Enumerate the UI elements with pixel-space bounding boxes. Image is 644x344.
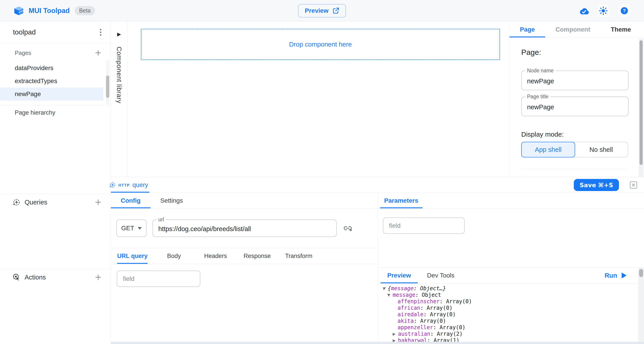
beta-badge: Beta: [75, 6, 95, 15]
option-label: App shell: [535, 146, 562, 153]
tab-label: Transform: [285, 253, 312, 260]
project-menu-button[interactable]: [98, 27, 103, 37]
page-title-field[interactable]: Page title: [521, 97, 628, 116]
no-shell-option[interactable]: No shell: [575, 142, 628, 157]
page-title-input[interactable]: [522, 97, 628, 116]
query-name-label: query: [132, 182, 148, 189]
preview-button-label: Preview: [305, 7, 328, 14]
tab-page[interactable]: Page: [510, 22, 545, 37]
tree-key: appenzeller: [398, 324, 433, 331]
expand-arrow-icon: ▶: [117, 31, 121, 37]
chevron-down-icon: [138, 227, 142, 230]
tree-key: airedale: [398, 311, 424, 318]
tab-label: Settings: [160, 197, 183, 204]
tree-row: akita: Array(0): [378, 318, 644, 324]
divider: [521, 169, 628, 169]
tab-label: Headers: [204, 253, 227, 260]
url-field[interactable]: url: [152, 220, 337, 237]
tab-config[interactable]: Config: [111, 193, 150, 208]
tab-label: Config: [121, 197, 141, 204]
app-header: MUI Toolpad Beta Preview: [0, 0, 644, 22]
add-action-button[interactable]: [94, 273, 103, 282]
app-title: MUI Toolpad: [28, 7, 70, 15]
svg-text:?: ?: [623, 8, 626, 14]
tab-parameters[interactable]: Parameters: [380, 193, 422, 208]
save-button[interactable]: Save ⌘+S: [574, 179, 619, 191]
preview-button[interactable]: Preview: [298, 4, 346, 18]
pages-scrollbar[interactable]: [106, 60, 109, 105]
tree-value: : Object…}: [414, 285, 446, 292]
url-input[interactable]: [153, 220, 336, 237]
query-editor-dock: HTTP query Save ⌘+S Config Settings GET: [111, 177, 644, 344]
tree-row[interactable]: ▼{message: Object…}: [378, 285, 644, 292]
toolpad-logo-icon: [14, 6, 24, 16]
tab-preview[interactable]: Preview: [380, 268, 418, 283]
tab-label: Page: [520, 26, 535, 33]
tree-pre: {: [388, 285, 391, 292]
tab-headers[interactable]: Headers: [196, 248, 236, 264]
sidebar-item-extractedTypes[interactable]: extractedTypes: [0, 75, 103, 88]
tree-key: affenpinscher: [398, 298, 440, 305]
app-shell-option[interactable]: App shell: [521, 142, 575, 157]
actions-icon: [12, 273, 20, 281]
tree-key: akita: [398, 318, 414, 324]
theme-toggle-button[interactable]: [596, 4, 610, 18]
tree-row[interactable]: ▶australian: Array(2): [378, 331, 644, 337]
explorer-sidebar: toolpad Pages dataProviders extractedTyp…: [0, 22, 111, 344]
sidebar-item-newPage[interactable]: newPage: [0, 88, 103, 101]
expand-arrow-icon[interactable]: ▶: [393, 331, 398, 337]
tab-response[interactable]: Response: [237, 248, 277, 264]
http-query-tab[interactable]: HTTP query: [111, 177, 149, 193]
tab-label: Theme: [611, 26, 631, 33]
close-dock-button[interactable]: [629, 181, 638, 189]
tree-row: affenpinscher: Array(0): [378, 298, 644, 305]
url-query-field-input[interactable]: [117, 271, 200, 287]
tab-transform[interactable]: Transform: [278, 248, 319, 264]
page-hierarchy-label: Page hierarchy: [15, 109, 56, 116]
parameters-field-input[interactable]: [383, 218, 465, 234]
collapse-arrow-icon[interactable]: ▼: [387, 292, 393, 298]
bind-link-icon[interactable]: [344, 224, 352, 233]
node-name-field[interactable]: Node name: [521, 71, 628, 90]
result-scrollbar[interactable]: [638, 268, 644, 342]
collapse-arrow-icon[interactable]: ▼: [382, 285, 388, 292]
tab-component[interactable]: Component: [545, 22, 600, 37]
http-method-select[interactable]: GET: [116, 220, 147, 237]
tab-theme[interactable]: Theme: [600, 22, 641, 37]
tab-label: Body: [167, 253, 181, 260]
external-link-icon: [332, 8, 339, 14]
cloud-sync-status-icon: [578, 7, 590, 15]
tree-value: : Array(0): [424, 311, 456, 318]
component-library-label: Component library: [116, 47, 123, 103]
run-button[interactable]: Run: [605, 268, 626, 283]
drop-zone[interactable]: Drop component here: [141, 29, 500, 60]
drop-zone-text: Drop component here: [289, 41, 352, 48]
tree-row: appenzeller: Array(0): [378, 324, 644, 331]
display-mode-label: Display mode:: [521, 131, 628, 138]
http-method-value: GET: [121, 225, 134, 232]
tab-dev-tools[interactable]: Dev Tools: [420, 268, 461, 283]
tab-settings[interactable]: Settings: [150, 193, 193, 208]
query-protocol-label: HTTP: [118, 183, 130, 188]
queries-icon: [12, 198, 20, 206]
run-button-label: Run: [605, 272, 617, 279]
sidebar-item-dataProviders[interactable]: dataProviders: [0, 62, 103, 75]
query-icon: [109, 182, 116, 188]
app-brand[interactable]: MUI Toolpad Beta: [0, 6, 95, 16]
tab-body[interactable]: Body: [154, 248, 194, 264]
project-name: toolpad: [13, 28, 36, 36]
tab-label: Preview: [387, 272, 411, 279]
tab-url-query[interactable]: URL query: [112, 248, 152, 264]
add-query-button[interactable]: [94, 198, 103, 207]
sun-icon: [599, 6, 608, 15]
json-result-tree: ▼{message: Object…} ▼message: Object aff…: [378, 283, 644, 344]
page-item-label: newPage: [15, 90, 41, 98]
dock-bottom-strip: [111, 342, 644, 344]
tree-row[interactable]: ▼message: Object: [378, 292, 644, 298]
add-page-button[interactable]: [94, 48, 103, 57]
pages-section-label: Pages: [15, 50, 31, 56]
node-name-input[interactable]: [522, 71, 628, 90]
url-label: url: [156, 217, 166, 223]
tree-value: : Array(2): [430, 331, 463, 337]
help-button[interactable]: ?: [617, 4, 632, 18]
